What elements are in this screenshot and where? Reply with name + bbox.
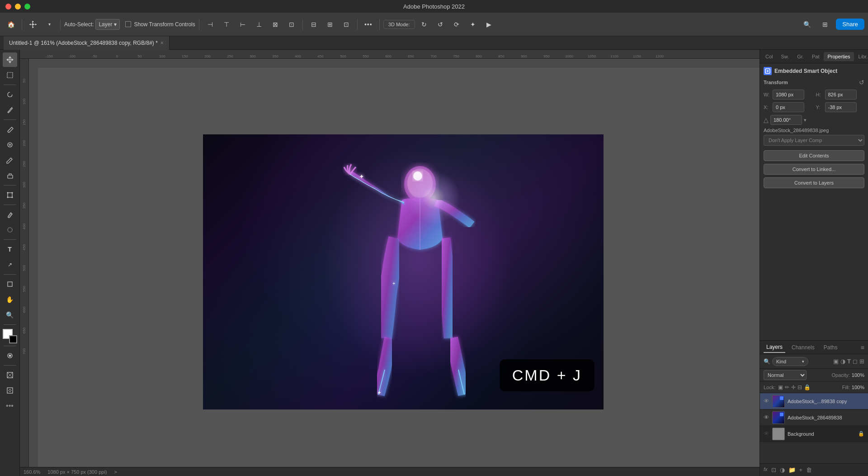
lock-pixels-icon[interactable]: ▣ xyxy=(778,384,783,390)
pen-tool[interactable] xyxy=(3,103,17,117)
group-layers-icon[interactable]: 📁 xyxy=(788,466,796,473)
3d-camera-icon[interactable]: ⟳ xyxy=(449,17,464,32)
align-left-button[interactable]: ⊣ xyxy=(203,17,217,32)
convert-to-layers-button[interactable]: Convert to Layers xyxy=(764,177,864,188)
show-transform-controls-checkbox[interactable]: Show Transform Controls xyxy=(125,21,195,28)
delete-layer-icon[interactable]: 🗑 xyxy=(806,466,812,473)
layer-visibility-icon[interactable]: 👁 xyxy=(764,398,769,405)
move-tool-arrow[interactable]: ▾ xyxy=(42,17,57,32)
lock-artboard-icon[interactable]: ⊟ xyxy=(797,384,802,390)
more-options-button[interactable]: ••• xyxy=(361,17,376,32)
filter-shape-icon[interactable]: ◻ xyxy=(853,358,858,365)
layer-item[interactable]: 👁 AdobeStock_286489838 xyxy=(760,409,868,426)
filter-text-icon[interactable]: T xyxy=(847,358,851,365)
panel-tab-gr[interactable]: Gr. xyxy=(793,52,807,61)
layers-tab[interactable]: Layers xyxy=(764,342,785,353)
search-icon[interactable]: 🔍 xyxy=(800,17,814,32)
y-input[interactable] xyxy=(825,102,857,112)
transform-reset-icon[interactable]: ↺ xyxy=(859,79,864,86)
background-color[interactable] xyxy=(9,335,17,343)
distribute-right-button[interactable]: ⊡ xyxy=(339,17,354,32)
align-top-button[interactable]: ⊥ xyxy=(252,17,266,32)
adjustment-layer-icon[interactable]: ◑ xyxy=(780,466,785,473)
opacity-value[interactable]: 100% xyxy=(852,372,864,378)
filter-pixel-icon[interactable]: ▣ xyxy=(833,358,839,365)
layer-visibility-icon[interactable]: 👁 xyxy=(764,414,769,421)
3d-video-icon[interactable]: ▶ xyxy=(482,17,496,32)
frame-tool[interactable] xyxy=(3,368,17,382)
layer-visibility-icon[interactable]: 👁 xyxy=(764,430,769,437)
close-button[interactable] xyxy=(5,4,11,10)
filter-smartobj-icon[interactable]: ⊞ xyxy=(859,358,864,365)
move-tool[interactable] xyxy=(3,52,17,67)
panel-tab-col[interactable]: Col xyxy=(762,52,777,61)
layer-item[interactable]: 👁 AdobeStock_...89838 copy xyxy=(760,393,868,409)
3d-mode-button[interactable]: 3D Mode: xyxy=(383,20,415,29)
lock-paint-icon[interactable]: ✏ xyxy=(785,384,789,390)
blur-tool[interactable] xyxy=(3,223,17,237)
path-selection-tool[interactable]: ↗ xyxy=(3,257,17,272)
layers-panel-menu[interactable]: ≡ xyxy=(861,344,864,351)
align-right-button[interactable]: ⊢ xyxy=(236,17,250,32)
filter-adjust-icon[interactable]: ◑ xyxy=(840,358,845,365)
3d-rotate-icon[interactable]: ↻ xyxy=(417,17,431,32)
move-tool-button[interactable] xyxy=(26,17,40,32)
blend-mode-select[interactable]: Normal xyxy=(764,370,807,380)
add-mask-icon[interactable]: ⊡ xyxy=(771,466,776,473)
distribute-left-button[interactable]: ⊟ xyxy=(307,17,321,32)
tab-close-button[interactable]: × xyxy=(160,40,164,46)
panel-tab-pat[interactable]: Pat xyxy=(808,52,823,61)
minimize-button[interactable] xyxy=(15,4,21,10)
document-tab[interactable]: Untitled-1 @ 161% (AdobeStock_286489838 … xyxy=(4,36,170,50)
mask-mode-tool[interactable] xyxy=(3,348,17,363)
canvas-viewport[interactable]: ✦ ✦ ✦ CMD + J xyxy=(38,68,760,476)
3d-light-icon[interactable]: ✦ xyxy=(466,17,480,32)
edit-contents-button[interactable]: Edit Contents xyxy=(764,150,864,161)
panel-tab-sw[interactable]: Sw. xyxy=(778,52,793,61)
maximize-button[interactable] xyxy=(24,4,30,10)
angle-dropdown-arrow[interactable]: ▾ xyxy=(804,117,807,123)
filter-kind-dropdown[interactable]: Kind ▾ xyxy=(772,357,808,366)
fill-value[interactable]: 100% xyxy=(852,385,864,390)
navigator-tool[interactable] xyxy=(3,383,17,398)
status-arrow[interactable]: > xyxy=(114,469,117,475)
healing-tool[interactable] xyxy=(3,138,17,152)
fill-tool[interactable] xyxy=(3,207,17,222)
zoom-tool[interactable]: 🔍 xyxy=(3,308,17,322)
shape-tool[interactable] xyxy=(3,277,17,291)
panel-tab-properties[interactable]: Properties xyxy=(824,52,854,61)
transform-tool[interactable] xyxy=(3,188,17,202)
convert-to-linked-button[interactable]: Convert to Linked... xyxy=(764,164,864,175)
align-middle-button[interactable]: ⊠ xyxy=(268,17,283,32)
lock-all-icon[interactable]: 🔒 xyxy=(804,384,811,390)
distribute-center-button[interactable]: ⊞ xyxy=(323,17,337,32)
align-bottom-button[interactable]: ⊡ xyxy=(284,17,299,32)
width-input[interactable] xyxy=(773,90,804,100)
height-input[interactable] xyxy=(825,90,857,100)
more-tools-button[interactable]: ••• xyxy=(3,399,17,413)
paths-tab[interactable]: Paths xyxy=(821,343,840,352)
lock-move-icon[interactable]: ✛ xyxy=(791,384,796,390)
hand-tool[interactable]: ✋ xyxy=(3,292,17,307)
auto-select-dropdown[interactable]: Layer ▾ xyxy=(95,19,120,30)
home-icon[interactable]: 🏠 xyxy=(4,17,18,32)
brush-tool[interactable] xyxy=(3,122,17,137)
pencil-tool[interactable] xyxy=(3,153,17,167)
fx-button[interactable]: fx xyxy=(764,466,768,473)
color-swatches[interactable] xyxy=(3,329,17,343)
layer-item[interactable]: 👁 Background 🔒 xyxy=(760,426,868,442)
text-tool[interactable]: T xyxy=(3,242,17,257)
share-button[interactable]: Share xyxy=(836,19,864,30)
select-tool[interactable] xyxy=(3,68,17,82)
new-layer-icon[interactable]: + xyxy=(799,466,803,473)
eraser-tool[interactable] xyxy=(3,168,17,183)
workspace-icon[interactable]: ⊞ xyxy=(818,17,832,32)
lasso-tool[interactable] xyxy=(3,87,17,102)
3d-pan-icon[interactable]: ↺ xyxy=(433,17,448,32)
layer-comp-select[interactable]: Don't Apply Layer Comp xyxy=(764,135,864,146)
panel-tab-libr[interactable]: Libr. xyxy=(855,52,868,61)
channels-tab[interactable]: Channels xyxy=(789,343,817,352)
x-input[interactable] xyxy=(773,102,804,112)
align-center-button[interactable]: ⊤ xyxy=(219,17,234,32)
angle-input[interactable] xyxy=(770,115,802,125)
